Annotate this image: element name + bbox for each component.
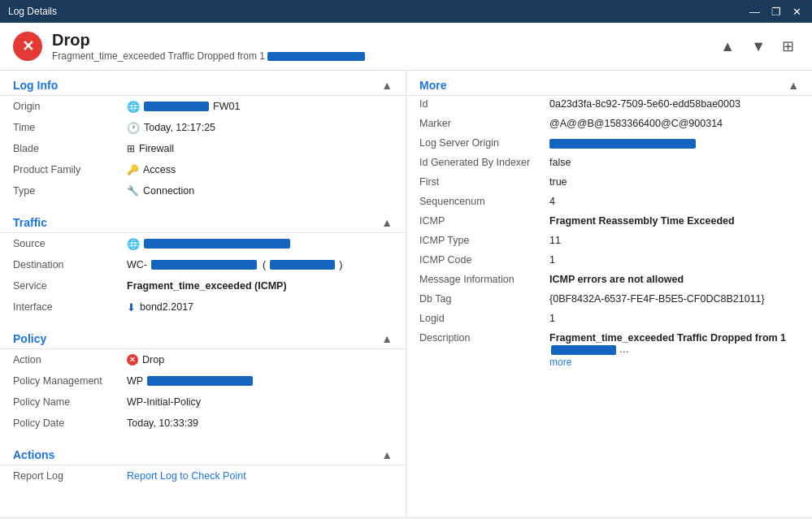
traffic-section: Traffic ▲ Source 🌐 Destination WC- (	[0, 208, 406, 318]
window-controls: — ❐ ✕	[747, 6, 804, 18]
origin-row: Origin 🌐 FW01	[0, 96, 406, 117]
policy-section: Policy ▲ Action ✕ Drop Policy Management…	[0, 324, 406, 434]
actions-section: Actions ▲ Report Log Report Log to Check…	[0, 440, 406, 487]
description-redacted	[551, 345, 616, 355]
id-generated-label: Id Generated By Indexer	[419, 157, 549, 168]
product-family-value: 🔑 Access	[127, 164, 176, 175]
icmp-type-label: ICMP Type	[419, 235, 549, 246]
description-row: Description Fragment_time_exceeded Traff…	[406, 330, 812, 370]
sequencenum-value: 4	[549, 196, 799, 207]
policy-toggle[interactable]: ▲	[381, 332, 393, 345]
report-log-link[interactable]: Report Log to Check Point	[127, 470, 246, 482]
sequencenum-row: Sequencenum 4	[406, 193, 812, 213]
db-tag-value: {0BF8432A-6537-FE4F-B5E5-CF0DC8B21011}	[549, 293, 799, 305]
message-info-label: Message Information	[419, 274, 549, 285]
product-family-row: Product Family 🔑 Access	[0, 159, 406, 180]
first-value: true	[549, 176, 799, 188]
firewall-icon: ⊞	[127, 143, 135, 154]
action-row: Action ✕ Drop	[0, 349, 406, 370]
log-info-header: Log Info ▲	[0, 71, 406, 96]
action-label: Action	[13, 354, 127, 365]
log-info-title: Log Info	[13, 79, 58, 92]
type-row: Type 🔧 Connection	[0, 180, 406, 201]
more-link[interactable]: more	[549, 357, 571, 368]
id-label: Id	[419, 98, 549, 110]
policy-date-label: Policy Date	[13, 417, 127, 429]
source-row: Source 🌐	[0, 233, 406, 254]
policy-date-row: Policy Date Today, 10:33:39	[0, 413, 406, 434]
actions-toggle[interactable]: ▲	[381, 448, 393, 461]
origin-label: Origin	[13, 101, 127, 112]
main-content: Log Info ▲ Origin 🌐 FW01 Time 🕐 Today, 1…	[0, 71, 812, 517]
destination-value: WC- ( )	[127, 259, 342, 270]
origin-redacted	[144, 102, 209, 111]
blade-row: Blade ⊞ Firewall	[0, 138, 406, 159]
destination-row: Destination WC- ( )	[0, 254, 406, 275]
interface-label: Interface	[13, 301, 127, 313]
first-label: First	[419, 176, 549, 188]
blade-label: Blade	[13, 143, 127, 154]
more-toggle[interactable]: ▲	[788, 79, 799, 92]
clock-icon: 🕐	[127, 122, 140, 134]
icmp-code-value: 1	[549, 254, 799, 266]
service-value: Fragment_time_exceeded (ICMP)	[127, 280, 287, 292]
type-label: Type	[13, 185, 127, 197]
report-log-row: Report Log Report Log to Check Point	[0, 465, 406, 487]
logid-row: Logid 1	[406, 310, 812, 330]
traffic-toggle[interactable]: ▲	[381, 216, 393, 229]
policy-management-row: Policy Management WP	[0, 370, 406, 391]
id-generated-value: false	[549, 157, 799, 168]
message-info-row: Message Information ICMP errors are not …	[406, 271, 812, 291]
report-log-label: Report Log	[13, 470, 127, 482]
interface-value: ⬇ bond2.2017	[127, 301, 193, 314]
policy-management-label: Policy Management	[13, 375, 127, 387]
log-server-origin-redacted	[549, 139, 696, 149]
product-family-label: Product Family	[13, 164, 127, 175]
interface-row: Interface ⬇ bond2.2017	[0, 296, 406, 318]
log-info-toggle[interactable]: ▲	[381, 79, 393, 92]
icmp-code-row: ICMP Code 1	[406, 252, 812, 271]
access-icon: 🔑	[127, 164, 139, 175]
policy-name-value: WP-Initial-Policy	[127, 396, 201, 408]
next-button[interactable]: ▼	[746, 36, 771, 57]
header-left: ✕ Drop Fragment_time_exceeded Traffic Dr…	[13, 31, 365, 62]
header: ✕ Drop Fragment_time_exceeded Traffic Dr…	[0, 23, 812, 71]
log-server-origin-label: Log Server Origin	[419, 137, 549, 149]
destination-redacted	[151, 260, 257, 270]
time-label: Time	[13, 122, 127, 133]
log-info-section: Log Info ▲ Origin 🌐 FW01 Time 🕐 Today, 1…	[0, 71, 406, 201]
menu-button[interactable]: ⊞	[777, 36, 799, 57]
prev-button[interactable]: ▲	[715, 36, 740, 57]
actions-header: Actions ▲	[0, 440, 406, 465]
page-title: Drop	[52, 31, 365, 50]
description-value: Fragment_time_exceeded Traffic Dropped f…	[549, 332, 799, 368]
close-button[interactable]: ✕	[790, 6, 804, 18]
policy-date-value: Today, 10:33:39	[127, 417, 198, 429]
blade-value: ⊞ Firewall	[127, 143, 174, 154]
destination-ip-redacted	[270, 260, 335, 270]
policy-title: Policy	[13, 332, 46, 345]
source-label: Source	[13, 238, 127, 249]
header-subtitle: Fragment_time_exceeded Traffic Dropped f…	[52, 50, 365, 62]
destination-label: Destination	[13, 259, 127, 270]
policy-management-value: WP	[127, 375, 253, 387]
logid-value: 1	[549, 313, 799, 324]
more-section: More ▲ Id 0a23d3fa-8c92-7509-5e60-edd58b…	[406, 71, 812, 370]
download-icon: ⬇	[127, 301, 136, 314]
marker-value: @A@@B@1583366400@C@900314	[549, 118, 799, 129]
log-server-origin-row: Log Server Origin	[406, 135, 812, 154]
globe-icon: 🌐	[127, 101, 140, 113]
drop-circle-icon: ✕	[127, 354, 138, 365]
time-value: 🕐 Today, 12:17:25	[127, 122, 215, 134]
connection-icon: 🔧	[127, 185, 139, 197]
icmp-type-row: ICMP Type 11	[406, 232, 812, 252]
log-server-origin-value	[549, 137, 799, 149]
message-info-value: ICMP errors are not allowed	[549, 274, 799, 285]
more-title: More	[419, 79, 446, 92]
action-value: ✕ Drop	[127, 354, 164, 365]
window-title: Log Details	[8, 6, 57, 17]
left-panel: Log Info ▲ Origin 🌐 FW01 Time 🕐 Today, 1…	[0, 71, 406, 517]
header-actions: ▲ ▼ ⊞	[715, 36, 799, 57]
minimize-button[interactable]: —	[747, 6, 762, 18]
maximize-button[interactable]: ❐	[769, 6, 784, 18]
